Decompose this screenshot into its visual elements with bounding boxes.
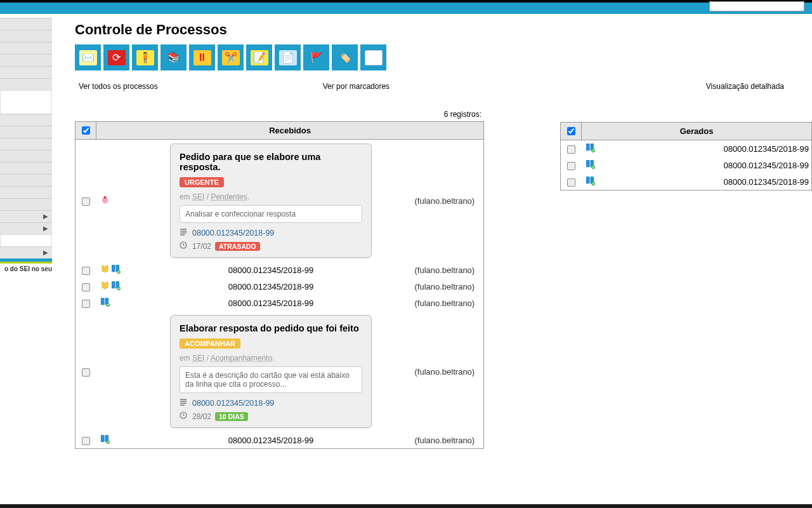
- card-meta-link[interactable]: SEI: [192, 192, 204, 201]
- sidebar-item[interactable]: ▶: [0, 222, 52, 235]
- svg-rect-6: [111, 281, 115, 288]
- flag-button[interactable]: 🚩: [303, 44, 329, 70]
- sidebar-item[interactable]: [0, 174, 52, 187]
- card-date-line: 28/02 10 DIAS: [180, 411, 362, 421]
- table-row: 08000.012345/2018-99 (fulano.beltrano): [75, 278, 484, 295]
- card-description[interactable]: Esta é a descrição do cartão que vai est…: [180, 366, 362, 393]
- row-icons: [96, 295, 131, 311]
- sidebar-item[interactable]: ▶: [0, 210, 52, 223]
- sidebar-item[interactable]: [0, 198, 52, 211]
- sidebar-item-active[interactable]: [0, 258, 52, 264]
- row-icons: [96, 262, 131, 278]
- card-badge: ACOMPANHAR: [180, 338, 240, 349]
- row-checkbox[interactable]: [82, 197, 90, 206]
- view-markers-link[interactable]: Ver por marcadores: [323, 82, 390, 91]
- tag-button[interactable]: 🏷️: [332, 44, 358, 70]
- sidebar-item[interactable]: [0, 162, 52, 175]
- card-meta: em SEI / Acompanhamento.: [180, 354, 362, 363]
- chevron-right-icon: ▶: [43, 225, 48, 232]
- view-detail-link[interactable]: Visualização detalhada: [706, 82, 784, 91]
- clock-icon: [180, 411, 187, 421]
- card-meta-link[interactable]: Acompanhamento: [211, 354, 272, 363]
- refresh-button[interactable]: ⟳: [103, 44, 129, 70]
- book-blue-icon: [111, 281, 121, 292]
- process-number[interactable]: 08000.012345/2018-99: [228, 436, 313, 445]
- process-card: Elaborar resposta do pedido que foi feit…: [170, 315, 372, 428]
- card-status-badge: 10 DIAS: [215, 412, 248, 421]
- user-button[interactable]: 🧍: [132, 44, 158, 70]
- lines-icon: [180, 398, 187, 408]
- row-checkbox[interactable]: [82, 368, 90, 377]
- select-all-received[interactable]: [82, 126, 90, 135]
- table-row: Pedido para que se elabore uma resposta.…: [75, 140, 484, 262]
- lines-icon: [180, 228, 187, 237]
- card-meta-link[interactable]: Pendentes: [211, 192, 247, 201]
- newdoc-button[interactable]: 📄: [275, 44, 301, 70]
- card-proc-line: 08000.012345/2018-99: [180, 228, 362, 237]
- generated-table: Gerados 08000.012345/2018-99 08000.01234…: [560, 122, 812, 190]
- row-user: (fulano.beltrano): [411, 432, 484, 449]
- table-row: 08000.012345/2018-99 (fulano.beltrano): [75, 432, 484, 449]
- svg-rect-3: [111, 265, 115, 272]
- row-icons: [96, 278, 131, 295]
- book-blue-icon: [586, 143, 595, 154]
- search-input[interactable]: [709, 1, 804, 11]
- book-yellow-icon: [100, 264, 110, 276]
- book-blue-icon: [100, 297, 110, 309]
- process-number[interactable]: 08000.012345/2018-99: [228, 282, 313, 291]
- row-user: (fulano.beltrano): [411, 311, 484, 432]
- note-button[interactable]: 📝: [246, 44, 272, 70]
- sidebar-item[interactable]: [0, 186, 52, 199]
- mail-button[interactable]: ✉️: [75, 44, 101, 70]
- select-all-generated[interactable]: [567, 127, 575, 135]
- sidebar-item[interactable]: [0, 126, 52, 138]
- row-checkbox[interactable]: [82, 267, 90, 275]
- sidebar-item[interactable]: [0, 150, 52, 163]
- process-card: Pedido para que se elabore uma resposta.…: [170, 144, 372, 258]
- pink-icon: [100, 195, 110, 206]
- sidebar-item[interactable]: [0, 78, 52, 91]
- card-meta-link[interactable]: SEI: [192, 354, 204, 363]
- sidebar-item[interactable]: [0, 18, 52, 30]
- row-icons: [96, 432, 131, 449]
- svg-rect-22: [586, 177, 589, 184]
- sidebar-item[interactable]: [0, 114, 52, 126]
- process-number[interactable]: 08000.012345/2018-99: [724, 177, 809, 187]
- card-process-link[interactable]: 08000.012345/2018-99: [192, 229, 274, 237]
- pause-button[interactable]: II: [189, 44, 215, 70]
- sidebar-item[interactable]: ▶: [0, 246, 52, 259]
- process-number[interactable]: 08000.012345/2018-99: [228, 298, 313, 308]
- process-number[interactable]: 08000.012345/2018-99: [228, 265, 313, 275]
- row-checkbox[interactable]: [567, 162, 575, 170]
- book-blue-icon: [586, 159, 595, 171]
- chevron-right-icon: ▶: [43, 213, 48, 220]
- card-description[interactable]: Analisar e confeccionar resposta: [180, 205, 362, 223]
- table-row: Elaborar resposta do pedido que foi feit…: [75, 311, 484, 432]
- sidebar-note: o do SEI no seu: [0, 263, 52, 272]
- view-all-link[interactable]: Ver todos os processos: [79, 82, 158, 91]
- sidebar-item[interactable]: [0, 30, 52, 43]
- sidebar: ▶ ▶ ▶ o do SEI no seu: [0, 14, 52, 503]
- card-title: Elaborar resposta do pedido que foi feit…: [180, 323, 362, 333]
- row-checkbox[interactable]: [567, 178, 575, 187]
- svg-rect-16: [586, 144, 589, 150]
- view-links: Ver todos os processos Ver por marcadore…: [79, 82, 812, 91]
- row-checkbox[interactable]: [82, 300, 90, 308]
- process-number[interactable]: 08000.012345/2018-99: [724, 161, 809, 170]
- process-number[interactable]: 08000.012345/2018-99: [724, 144, 809, 154]
- table-row: 08000.012345/2018-99: [561, 157, 812, 173]
- panel-button[interactable]: [360, 44, 386, 70]
- sidebar-item[interactable]: [0, 54, 52, 67]
- record-count: 6 registros:: [75, 110, 484, 119]
- row-icons: [96, 311, 131, 432]
- books-button[interactable]: 📚: [160, 44, 187, 70]
- book-blue-icon: [100, 434, 110, 446]
- row-checkbox[interactable]: [82, 437, 90, 445]
- row-checkbox[interactable]: [82, 283, 90, 291]
- sidebar-item[interactable]: [0, 138, 52, 150]
- card-process-link[interactable]: 08000.012345/2018-99: [192, 399, 274, 408]
- row-checkbox[interactable]: [567, 145, 575, 154]
- sidebar-item[interactable]: [0, 42, 52, 55]
- sidebar-item[interactable]: [0, 66, 52, 79]
- cut-button[interactable]: ✂️: [218, 44, 244, 70]
